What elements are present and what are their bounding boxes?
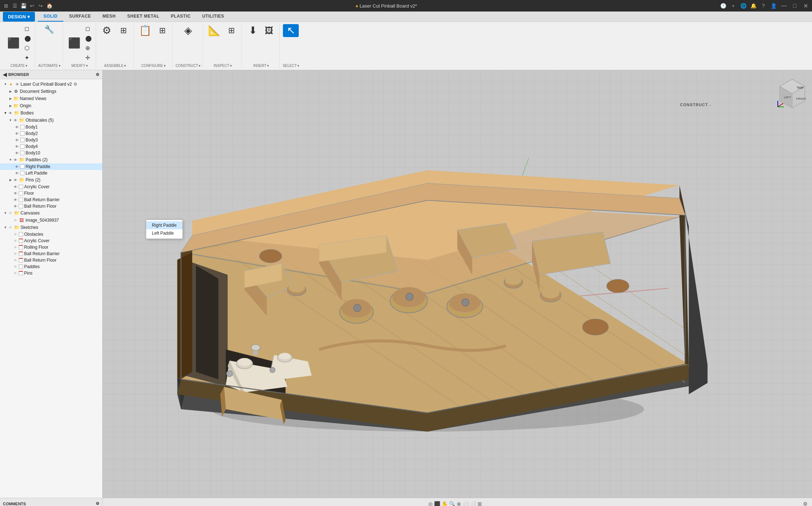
tree-pins-bodies[interactable]: ▶ 👁 📁 Pins (2)	[0, 176, 102, 184]
tab-surface[interactable]: SURFACE	[63, 12, 97, 22]
tab-utilities[interactable]: UTILITIES	[197, 12, 230, 22]
viewport[interactable]: TOP LEFT FRONT CONSTRUCT - Right Paddle …	[103, 70, 812, 506]
help-icon[interactable]: ?	[760, 3, 767, 9]
maximize-button[interactable]: □	[791, 2, 798, 9]
home-icon[interactable]: 🏠	[46, 3, 53, 9]
modify-scale-btn[interactable]: ✛	[84, 53, 94, 62]
close-button[interactable]: ✕	[802, 2, 809, 9]
tree-image[interactable]: ▶ 👁 🖼 image_50439937	[0, 217, 102, 224]
clock-icon[interactable]: 🕐	[720, 3, 726, 9]
paddle-context-menu[interactable]: Right Paddle Left Paddle	[146, 220, 183, 239]
create-revolve-btn[interactable]: ◻	[23, 24, 33, 33]
status-settings-icon[interactable]: ⚙	[803, 501, 808, 506]
orbit-icon[interactable]: ◎	[428, 501, 433, 506]
tree-ball-return-floor[interactable]: ▶ 👁 Ball Return Floor	[0, 203, 102, 209]
body3-vis-eye[interactable]: 👁	[14, 137, 19, 143]
bodies-vis-eye[interactable]: 👁	[8, 110, 13, 116]
insert-canvas-btn[interactable]: 🖼	[261, 25, 277, 36]
sketch-acrylic-vis-eye[interactable]: 👁	[13, 238, 18, 243]
assemble-more-btn[interactable]: ⊞	[116, 25, 131, 36]
root-gear-icon[interactable]: ⚙	[73, 82, 77, 87]
body4-vis-eye[interactable]: 👁	[14, 144, 19, 149]
context-right-paddle[interactable]: Right Paddle	[146, 221, 182, 229]
sketch-paddles-vis-eye[interactable]: 👁	[13, 264, 18, 269]
acrylic-vis-eye[interactable]: 👁	[13, 184, 18, 189]
undo-icon[interactable]: ↩	[29, 3, 35, 9]
design-dropdown[interactable]: DESIGN ▾	[3, 12, 35, 22]
insert-derive-btn[interactable]: ⬇	[245, 24, 261, 37]
visual-style-icon[interactable]: ⬜	[463, 501, 469, 506]
tree-ball-return-barrier[interactable]: ▶ 👁 Ball Return Barrier	[0, 196, 102, 203]
apps-icon[interactable]: ⊞	[3, 3, 9, 9]
menu-icon[interactable]: ☰	[12, 3, 18, 9]
tree-bodies[interactable]: ▼ 👁 📁 Bodies	[0, 109, 102, 117]
sketch-brb-vis-eye[interactable]: 👁	[13, 251, 18, 256]
modify-chamfer-btn[interactable]: ⬤	[84, 34, 94, 43]
floor-vis-eye[interactable]: 👁	[13, 191, 18, 196]
modify-combine-btn[interactable]: ⊕	[84, 44, 94, 53]
pins-bodies-vis-eye[interactable]: 👁	[13, 177, 18, 182]
bell-icon[interactable]: 🔔	[750, 3, 757, 9]
paddles-vis-eye[interactable]: 👁	[13, 157, 18, 162]
zoom-icon[interactable]: 🔍	[449, 501, 455, 506]
root-vis-eye[interactable]: 👁	[15, 82, 20, 87]
tab-plastic[interactable]: PLASTIC	[165, 12, 197, 22]
effects-icon[interactable]: ⬜	[470, 501, 476, 506]
tree-named-views[interactable]: ▶ 📁 Named Views	[0, 95, 102, 102]
viewcube[interactable]: TOP LEFT FRONT	[776, 77, 805, 106]
tree-paddles[interactable]: ▼ 👁 📁 Paddles (2)	[0, 156, 102, 163]
canvases-vis-eye[interactable]: 👁	[8, 211, 13, 216]
minimize-button[interactable]: —	[780, 2, 788, 9]
save-icon[interactable]: 💾	[20, 3, 27, 9]
tree-sketch-brf[interactable]: ▶ 👁 Ball Return Floor	[0, 257, 102, 263]
tab-sheet-metal[interactable]: SHEET METAL	[122, 12, 165, 22]
automate-btn[interactable]: 🔧	[41, 24, 57, 35]
tree-sketch-acrylic[interactable]: ▶ 👁 Acrylic Cover	[0, 238, 102, 244]
tree-sketch-paddles[interactable]: ▶ 👁 Paddles	[0, 263, 102, 270]
tree-body3[interactable]: 👁 Body3	[0, 137, 102, 143]
left-paddle-vis-eye[interactable]: 👁	[14, 171, 19, 176]
body1-vis-eye[interactable]: 👁	[14, 125, 19, 130]
pan-icon[interactable]: ✋	[442, 501, 448, 506]
inspect-more-btn[interactable]: ⊞	[224, 25, 239, 36]
sketch-rolling-vis-eye[interactable]: 👁	[13, 245, 18, 250]
tree-floor[interactable]: ▶ 👁 Floor	[0, 190, 102, 196]
sketch-brf-vis-eye[interactable]: 👁	[13, 258, 18, 263]
sketches-vis-eye[interactable]: 👁	[8, 225, 13, 230]
create-extrude-btn[interactable]: ⬛	[5, 37, 22, 50]
tab-solid[interactable]: SOLID	[38, 12, 63, 22]
tree-body10[interactable]: 👁 Body10	[0, 150, 102, 156]
tree-root[interactable]: ▼ ● 👁 Laser Cut Pinball Board v2 ⚙	[0, 81, 102, 88]
assemble-joint-btn[interactable]: ⚙	[99, 24, 115, 37]
configure-more-btn[interactable]: ⊞	[154, 25, 170, 36]
modify-press-pull-btn[interactable]: ⬛	[66, 37, 83, 50]
tree-right-paddle[interactable]: 👁 Right Paddle	[0, 163, 102, 170]
modify-fillet-btn[interactable]: ◻	[84, 24, 94, 33]
globe-icon[interactable]: 🌐	[740, 3, 746, 9]
body10-vis-eye[interactable]: 👁	[14, 150, 19, 155]
viewport-display-icon[interactable]: ⬛	[434, 501, 440, 506]
tree-sketch-brb[interactable]: ▶ 👁 Ball Return Barrier	[0, 250, 102, 257]
tree-sketch-obstacles[interactable]: ▶ 👁 Obstacles	[0, 231, 102, 238]
plus-icon[interactable]: +	[730, 3, 736, 9]
tree-document-settings[interactable]: ▶ ⚙ Document Settings	[0, 88, 102, 95]
body2-vis-eye[interactable]: 👁	[14, 131, 19, 136]
tree-body1[interactable]: 👁 Body1	[0, 124, 102, 130]
tree-origin[interactable]: ▶ 📁 Origin	[0, 102, 102, 109]
redo-icon[interactable]: ↪	[37, 3, 44, 9]
image-vis-eye[interactable]: 👁	[13, 218, 18, 223]
configure-parameters-btn[interactable]: 📋	[137, 24, 154, 37]
context-left-paddle[interactable]: Left Paddle	[146, 229, 182, 237]
tree-canvases[interactable]: ▼ 👁 📁 Canvases	[0, 209, 102, 217]
browser-collapse-icon[interactable]: ◀	[3, 72, 7, 77]
user-icon[interactable]: 👤	[770, 3, 777, 9]
sketch-pins-vis-eye[interactable]: 👁	[13, 271, 18, 276]
brf-vis-eye[interactable]: 👁	[13, 204, 18, 209]
create-shell-btn[interactable]: ✦	[23, 53, 33, 62]
obstacles-vis-eye[interactable]: 👁	[13, 118, 18, 123]
sketch-obstacles-vis-eye[interactable]: 👁	[13, 232, 18, 237]
right-paddle-vis-eye[interactable]: 👁	[14, 164, 19, 169]
create-sweep-btn[interactable]: ⬤	[23, 34, 33, 43]
inspect-measure-btn[interactable]: 📐	[206, 24, 223, 37]
tree-sketch-rolling-floor[interactable]: ▶ 👁 Rolling Floor	[0, 244, 102, 250]
